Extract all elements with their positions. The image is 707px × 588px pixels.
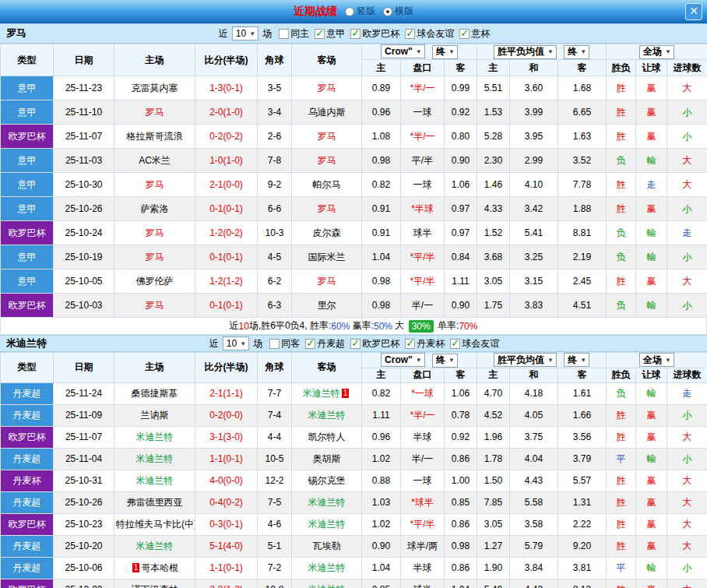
checkbox-checked-icon: [450, 339, 460, 349]
away-team-name[interactable]: 帕尔马: [292, 173, 362, 197]
filter-checkbox-4[interactable]: 球会友谊: [450, 337, 499, 350]
home-team-name[interactable]: 1哥本哈根: [114, 557, 195, 579]
filter-checkbox-4[interactable]: 意杯: [459, 27, 490, 40]
away-team-name[interactable]: 皮尔森: [292, 221, 362, 245]
euro-odds: 5.41: [510, 221, 558, 245]
home-team-name[interactable]: 罗马: [114, 221, 195, 245]
home-team-name[interactable]: 罗马: [114, 294, 195, 318]
filter-checkbox-label: 欧罗巴杯: [362, 27, 399, 40]
team-label: 米迪兰特: [303, 388, 340, 399]
euro-avg-select[interactable]: 胜平负均值▼: [494, 45, 557, 59]
layout-option-horizontal[interactable]: 横版: [383, 5, 413, 18]
home-team-name[interactable]: 罗马: [114, 100, 195, 125]
away-team-name[interactable]: 罗马: [292, 125, 362, 149]
euro-odds: 1.88: [558, 197, 607, 221]
euro-avg-select[interactable]: 胜平负均值▼: [494, 353, 557, 367]
away-team-name[interactable]: 罗马: [292, 197, 362, 221]
home-team-name[interactable]: 桑德捷斯基: [114, 382, 195, 404]
home-team-name[interactable]: AC米兰: [114, 149, 195, 173]
away-team-name[interactable]: 米迪兰特: [292, 404, 362, 426]
away-team-name[interactable]: 罗马: [292, 269, 362, 294]
filter-checkbox-3[interactable]: 球会友谊: [405, 27, 454, 40]
euro-final-select[interactable]: 终▼: [564, 353, 589, 367]
euro-odds: 4.04: [510, 448, 558, 470]
match-row: 丹麦超25-10-061哥本哈根1-1(0-1)7-2米迪兰特1.04半球0.8…: [1, 557, 707, 579]
away-team-name[interactable]: 里尔: [292, 294, 362, 318]
euro-odds: 1.61: [558, 382, 607, 404]
euro-final-select[interactable]: 终▼: [564, 45, 589, 59]
layout-option-vertical[interactable]: 竖版: [345, 5, 375, 18]
away-team-name[interactable]: 罗马: [292, 149, 362, 173]
away-team-name[interactable]: 米迪兰特: [292, 557, 362, 579]
home-team-name[interactable]: 米迪兰特: [114, 448, 195, 470]
bookmaker-select[interactable]: Crow"▼: [381, 353, 425, 367]
roma-section: 罗马 近10▼场同主意甲欧罗巴杯球会友谊意杯 类型 日期 主场 比分(半场) 角…: [0, 23, 707, 335]
match-date: 25-10-20: [54, 535, 114, 557]
filter-checkbox-2[interactable]: 欧罗巴杯: [350, 27, 399, 40]
away-team-name[interactable]: 国际米兰: [292, 245, 362, 269]
home-team-name[interactable]: 弗雷德里西亚: [114, 491, 195, 513]
team-label: 米迪兰特: [136, 431, 174, 442]
filter-checkbox-2[interactable]: 欧罗巴杯: [350, 337, 399, 350]
home-team-name[interactable]: 米迪兰特: [114, 426, 195, 448]
home-team-name[interactable]: 克雷莫内塞: [114, 76, 195, 100]
match-row: 欧罗巴杯25-11-07格拉斯哥流浪0-2(0-2)2-6罗马1.08*半/一0…: [1, 125, 707, 149]
team-label: 弗雷德里西亚: [127, 497, 183, 508]
result-goals: 大: [667, 513, 707, 535]
away-team-name[interactable]: 米迪兰特: [292, 513, 362, 535]
filter-checkbox-1[interactable]: 丹麦超: [305, 337, 345, 350]
home-team-name[interactable]: 萨索洛: [114, 197, 195, 221]
corners-value: 7-8: [258, 149, 292, 173]
handicap-line: 球半/两: [401, 535, 445, 557]
home-team-name[interactable]: 格拉斯哥流浪: [114, 125, 195, 149]
home-team-name[interactable]: 罗马: [114, 245, 195, 269]
match-count-select[interactable]: 10▼: [232, 26, 259, 40]
result-handicap: 赢: [636, 491, 667, 513]
euro-odds: 1.68: [558, 76, 607, 100]
chevron-down-icon: ▼: [547, 48, 554, 55]
home-team-name[interactable]: 诺丁汉森林: [114, 579, 195, 588]
match-row: 欧罗巴杯25-10-03罗马0-1(0-1)6-3里尔0.98半/一0.901.…: [1, 294, 707, 318]
euro-odds: 5.58: [510, 491, 558, 513]
result-wdl: 负: [607, 382, 636, 404]
bookmaker-select[interactable]: Crow"▼: [381, 44, 425, 58]
euro-odds: 3.81: [558, 557, 607, 579]
competition-type: 欧罗巴杯: [1, 426, 54, 448]
away-team-name[interactable]: 凯尔特人: [292, 426, 362, 448]
home-team-name[interactable]: 佛罗伦萨: [114, 269, 195, 294]
col-header-away: 客场: [292, 353, 362, 383]
home-team-name[interactable]: 米迪兰特: [114, 535, 195, 557]
col-header-date: 日期: [54, 44, 114, 76]
away-team-name[interactable]: 瓦埃勒: [292, 535, 362, 557]
team-label: 米迪兰特: [308, 410, 346, 421]
away-team-name[interactable]: 米迪兰特: [292, 579, 362, 588]
team-label: 诺丁汉森林: [132, 584, 178, 588]
team-label: 皮尔森: [313, 227, 341, 238]
period-select[interactable]: 全场▼: [639, 45, 674, 59]
home-team-name[interactable]: 特拉维夫马卡比(中): [114, 513, 195, 535]
period-select[interactable]: 全场▼: [639, 353, 674, 367]
filter-checkbox-3[interactable]: 丹麦杯: [405, 337, 445, 350]
handicap-final-select[interactable]: 终▼: [432, 45, 458, 59]
away-team-name[interactable]: 奥胡斯: [292, 448, 362, 470]
home-team-name[interactable]: 米迪兰特: [114, 470, 195, 491]
filter-checkbox-0[interactable]: 同客: [269, 337, 300, 350]
filter-checkbox-1[interactable]: 意甲: [315, 27, 345, 40]
away-team-name[interactable]: 乌迪内斯: [292, 100, 362, 125]
euro-odds: 3.05: [477, 513, 510, 535]
handicap-final-select[interactable]: 终▼: [432, 354, 458, 368]
result-wdl: 胜: [607, 76, 636, 100]
filter-checkbox-0[interactable]: 同主: [279, 27, 309, 40]
match-count-select[interactable]: 10▼: [223, 336, 249, 350]
away-team-name[interactable]: 罗马: [292, 76, 362, 100]
team-label: 罗马: [318, 276, 336, 287]
away-team-name[interactable]: 米迪兰特: [292, 491, 362, 513]
handicap-odds: 1.11: [445, 269, 477, 294]
close-button[interactable]: ✕: [685, 3, 702, 20]
home-team-name[interactable]: 兰讷斯: [114, 404, 195, 426]
away-team-name[interactable]: 米迪兰特1: [292, 382, 362, 404]
away-team-name[interactable]: 锡尔克堡: [292, 470, 362, 491]
team-label: 罗马: [146, 179, 164, 190]
home-team-name[interactable]: 罗马: [114, 173, 195, 197]
result-handicap: 赢: [636, 404, 667, 426]
